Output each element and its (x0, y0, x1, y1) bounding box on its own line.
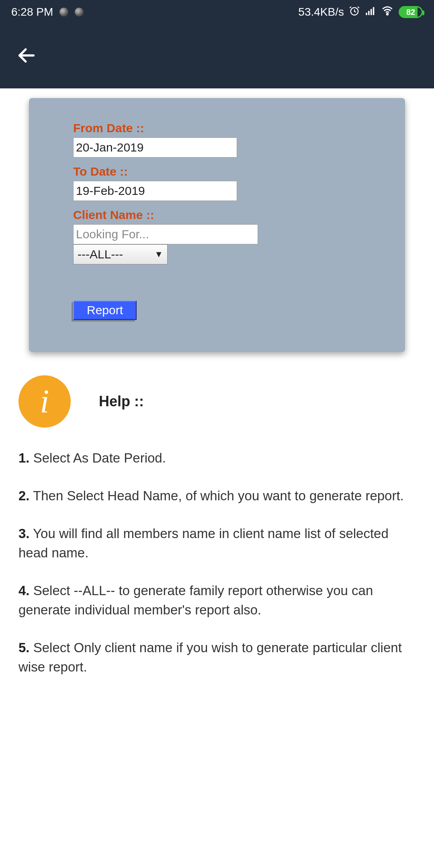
battery-icon: 82 (399, 6, 423, 18)
client-name-input[interactable]: Looking For... (73, 224, 258, 244)
status-time: 6:28 PM (11, 6, 53, 18)
report-form-card: From Date :: 20-Jan-2019 To Date :: 19-F… (29, 98, 405, 352)
svg-rect-3 (371, 9, 372, 15)
signal-icon (365, 5, 376, 19)
client-name-label: Client Name :: (73, 208, 361, 222)
from-date-input[interactable]: 20-Jan-2019 (73, 137, 237, 158)
help-instructions: 1. Select As Date Period. 2. Then Select… (18, 448, 416, 677)
alarm-icon (349, 5, 360, 19)
to-date-label: To Date :: (73, 165, 361, 178)
help-item: 5. Select Only client name if you wish t… (18, 638, 416, 677)
back-arrow-icon[interactable] (16, 45, 37, 68)
svg-point-5 (387, 13, 388, 15)
svg-rect-1 (366, 12, 367, 15)
help-item: 3. You will find all members name in cli… (18, 524, 416, 563)
help-title: Help :: (99, 393, 144, 410)
client-filter-select[interactable]: ---ALL--- ▼ (73, 244, 168, 264)
to-date-input[interactable]: 19-Feb-2019 (73, 181, 237, 201)
help-item: 2. Then Select Head Name, of which you w… (18, 486, 416, 506)
wifi-icon (381, 5, 394, 19)
status-bar: 6:28 PM 53.4KB/s 82 (0, 0, 434, 24)
svg-rect-2 (368, 11, 370, 15)
status-dot-icon (59, 8, 68, 16)
help-item: 1. Select As Date Period. (18, 448, 416, 468)
info-icon: i (18, 375, 71, 428)
svg-rect-4 (373, 7, 375, 15)
status-dot-icon (75, 8, 84, 16)
select-value: ---ALL--- (78, 248, 123, 261)
from-date-label: From Date :: (73, 121, 361, 135)
app-bar (0, 24, 434, 88)
help-item: 4. Select --ALL-- to generate family rep… (18, 581, 416, 620)
chevron-down-icon: ▼ (154, 249, 163, 260)
help-header: i Help :: (18, 375, 434, 428)
report-button[interactable]: Report (73, 301, 137, 320)
network-speed: 53.4KB/s (298, 6, 344, 18)
